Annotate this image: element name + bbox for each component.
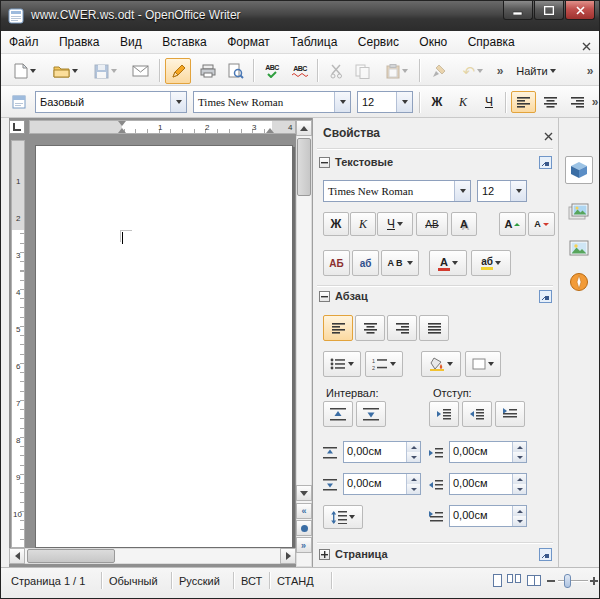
decrease-indent-button[interactable]: [462, 401, 492, 427]
autospellcheck-button[interactable]: ABC: [287, 58, 313, 84]
spinner-buttons[interactable]: [406, 442, 420, 462]
spinner-buttons[interactable]: [512, 506, 526, 526]
shrink-font-button[interactable]: А: [528, 212, 555, 236]
zoom-slider-track[interactable]: [558, 580, 588, 582]
italic-button[interactable]: К: [451, 91, 475, 113]
page-expand-button[interactable]: [319, 549, 330, 560]
book-view-button[interactable]: [527, 574, 542, 587]
menu-view[interactable]: Вид: [112, 31, 150, 53]
numbered-list-button[interactable]: 12: [365, 351, 403, 377]
paragraph-collapse-button[interactable]: [319, 291, 330, 302]
font-dropdown-button[interactable]: [454, 181, 470, 201]
multi-page-view-button[interactable]: [507, 574, 522, 587]
paragraph-align-justify-button[interactable]: [419, 315, 449, 341]
vertical-scroll-thumb[interactable]: [297, 138, 311, 196]
sidebar-font-size-combobox[interactable]: 12: [477, 180, 527, 202]
scroll-right-button[interactable]: [280, 548, 296, 564]
toolbar-overflow-button[interactable]: »: [493, 58, 507, 84]
spacing-above-spinner[interactable]: 0,00см: [343, 441, 421, 463]
right-indent-marker[interactable]: [266, 128, 274, 133]
language-status[interactable]: Русский: [179, 575, 220, 587]
navigation-button[interactable]: [296, 520, 312, 536]
paste-button[interactable]: [379, 58, 415, 84]
edit-mode-button[interactable]: [165, 58, 191, 84]
character-dialog-launcher[interactable]: [539, 155, 552, 173]
line-spacing-button[interactable]: [323, 505, 363, 529]
images-tab[interactable]: [565, 234, 593, 262]
underline-button[interactable]: Ч: [477, 91, 501, 113]
uppercase-button[interactable]: АБ: [323, 250, 350, 276]
size-dropdown-button[interactable]: [510, 181, 526, 201]
menu-tools[interactable]: Сервис: [350, 31, 407, 53]
bold-button[interactable]: Ж: [425, 91, 449, 113]
hanging-indent-button[interactable]: [495, 401, 525, 427]
menu-insert[interactable]: Вставка: [154, 31, 215, 53]
title-bar[interactable]: www.CWER.ws.odt - OpenOffice Writer: [1, 1, 599, 31]
align-left-button[interactable]: [511, 91, 536, 113]
print-button[interactable]: [195, 58, 221, 84]
lowercase-button[interactable]: аб: [352, 250, 379, 276]
new-document-button[interactable]: [7, 58, 43, 84]
menu-edit[interactable]: Правка: [51, 31, 108, 53]
align-center-button[interactable]: [538, 91, 563, 113]
save-button[interactable]: [87, 58, 123, 84]
spacing-below-spinner[interactable]: 0,00см: [343, 473, 421, 495]
font-name-combobox[interactable]: Times New Roman: [193, 91, 351, 113]
sidebar-italic-button[interactable]: К: [350, 212, 376, 236]
sidebar-font-name-combobox[interactable]: Times New Roman: [323, 180, 471, 202]
indent-first-line-spinner[interactable]: 0,00см: [449, 505, 527, 527]
sidebar-bold-button[interactable]: Ж: [323, 212, 349, 236]
font-color-button[interactable]: А: [429, 250, 467, 276]
menu-window[interactable]: Окно: [411, 31, 455, 53]
close-button[interactable]: [565, 1, 595, 20]
grow-font-button[interactable]: А: [499, 212, 526, 236]
font-size-combobox[interactable]: 12: [357, 91, 413, 113]
zoom-slider-thumb[interactable]: [564, 574, 571, 588]
undo-button[interactable]: ↶: [455, 58, 491, 84]
navigator-tab[interactable]: [565, 268, 593, 296]
border-button[interactable]: [465, 351, 501, 377]
email-button[interactable]: [127, 58, 153, 84]
paragraph-style-combobox[interactable]: Базовый: [35, 91, 187, 113]
minimize-button[interactable]: [503, 1, 533, 20]
open-button[interactable]: [47, 58, 83, 84]
indent-after-spinner[interactable]: 0,00см: [449, 473, 527, 495]
menu-help[interactable]: Справка: [460, 31, 523, 53]
styles-button[interactable]: [7, 91, 31, 113]
menu-file[interactable]: Файл: [1, 31, 47, 53]
previous-page-button[interactable]: «: [296, 503, 312, 519]
find-button[interactable]: Найти: [511, 58, 561, 84]
scroll-left-button[interactable]: [9, 548, 25, 564]
insert-mode-status[interactable]: ВСТ: [241, 575, 262, 587]
highlighting-button[interactable]: аб: [471, 250, 511, 276]
page-dialog-launcher[interactable]: [539, 547, 552, 565]
paragraph-align-left-button[interactable]: [323, 315, 353, 341]
spacing-above-button[interactable]: [323, 401, 353, 427]
copy-button[interactable]: [349, 58, 375, 84]
spinner-buttons[interactable]: [512, 442, 526, 462]
print-preview-button[interactable]: [223, 58, 249, 84]
properties-tab[interactable]: [565, 156, 593, 184]
menu-table[interactable]: Таблица: [282, 31, 345, 53]
spacing-below-button[interactable]: [356, 401, 386, 427]
first-line-indent-marker[interactable]: [118, 121, 126, 126]
menu-format[interactable]: Формат: [219, 31, 278, 53]
align-right-button[interactable]: [565, 91, 590, 113]
character-spacing-button[interactable]: АВ: [381, 250, 419, 276]
close-document-icon[interactable]: [582, 37, 591, 55]
style-dropdown-button[interactable]: [170, 92, 186, 112]
horizontal-ruler[interactable]: 1 2 3 4: [29, 120, 296, 134]
find-toolbar-overflow-button[interactable]: »: [583, 58, 597, 84]
indent-before-spinner[interactable]: 0,00см: [449, 441, 527, 463]
bullet-list-button[interactable]: [323, 351, 361, 377]
paragraph-dialog-launcher[interactable]: [539, 289, 552, 307]
strikethrough-button[interactable]: АВ: [416, 212, 448, 236]
selection-mode-status[interactable]: СТАНД: [277, 575, 314, 587]
page-status[interactable]: Страница 1 / 1: [11, 575, 85, 587]
left-indent-marker[interactable]: [118, 128, 126, 133]
document-page[interactable]: [35, 145, 293, 548]
scroll-up-button[interactable]: [296, 120, 312, 136]
paragraph-align-center-button[interactable]: [355, 315, 385, 341]
horizontal-scroll-thumb[interactable]: [27, 549, 115, 563]
background-color-button[interactable]: [421, 351, 461, 377]
